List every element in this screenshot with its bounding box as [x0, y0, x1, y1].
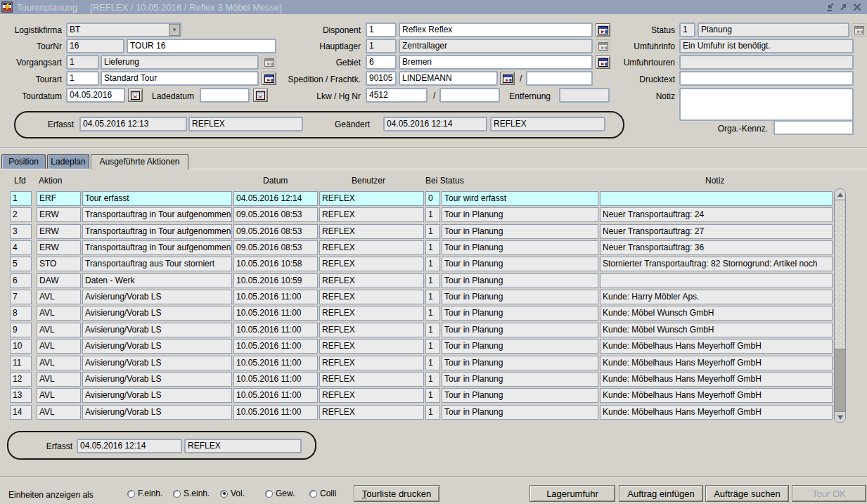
cell-bei[interactable]: 1	[425, 273, 440, 288]
cell-aktion[interactable]: ERF	[37, 191, 81, 206]
cell-bei[interactable]: 1	[425, 323, 440, 337]
cell-datum[interactable]: 09.05.2016 08:53	[233, 224, 318, 239]
cell-aktion-text[interactable]: Avisierung/Vorab LS	[82, 323, 232, 337]
table-scrollbar[interactable]	[834, 188, 846, 423]
cell-notiz[interactable]: Stornierter Transportauftrag: 82 Stornog…	[600, 257, 833, 271]
gebiet-code-field[interactable]: 6	[366, 55, 397, 70]
tourdatum-field[interactable]: 04.05.2016	[66, 88, 125, 103]
cell-aktion-text[interactable]: Avisierung/Vorab LS	[82, 405, 232, 420]
scroll-down-button[interactable]	[835, 411, 845, 422]
tour-ok-button[interactable]: Tour OK	[792, 485, 866, 502]
cell-notiz[interactable]	[600, 191, 833, 206]
cell-notiz[interactable]: Neuer Transportauftrag: 36	[600, 240, 833, 255]
cell-aktion[interactable]: AVL	[37, 405, 81, 420]
cell-status[interactable]: Tour in Planung	[442, 356, 598, 370]
cell-bei[interactable]: 1	[425, 388, 440, 403]
cell-status[interactable]: Tour in Planung	[442, 323, 598, 337]
cell-bei[interactable]: 1	[425, 306, 440, 321]
cell-notiz[interactable]: Kunde: Möbelhaus Hans Meyerhoff GmbH	[600, 356, 833, 370]
cell-aktion-text[interactable]: Daten - Werk	[82, 273, 232, 288]
cell-lfd[interactable]: 1	[10, 191, 32, 206]
ladedatum-field[interactable]	[200, 88, 250, 103]
cell-notiz[interactable]: Kunde: Möbelhaus Hans Meyerhoff GmbH	[600, 388, 833, 403]
cell-aktion[interactable]: ERW	[37, 224, 81, 239]
cell-aktion-text[interactable]: Avisierung/Vorab LS	[82, 339, 232, 354]
cell-datum[interactable]: 09.05.2016 08:53	[233, 207, 318, 222]
cell-aktion[interactable]: AVL	[37, 372, 81, 387]
frachtkosten-field[interactable]	[526, 71, 593, 86]
cell-benutzer[interactable]: REFLEX	[319, 207, 424, 222]
cell-lfd[interactable]: 6	[10, 273, 32, 288]
ladedatum-calendar-button[interactable]	[253, 89, 268, 102]
cell-datum[interactable]: 10.05.2016 11:00	[233, 388, 318, 403]
cell-status[interactable]: Tour in Planung	[442, 405, 598, 420]
cell-datum[interactable]: 10.05.2016 11:00	[233, 339, 318, 354]
vorgangsart-code-field[interactable]: 1	[66, 55, 99, 70]
cell-aktion[interactable]: DAW	[37, 273, 81, 288]
cell-notiz[interactable]: Neuer Transportauftrag: 27	[600, 224, 833, 239]
hauptlager-code-field[interactable]: 1	[366, 39, 397, 53]
erfasst-bottom-user-field[interactable]: REFLEX	[184, 439, 302, 453]
notiz-field[interactable]	[679, 88, 854, 121]
cell-bei[interactable]: 1	[425, 356, 440, 370]
cell-benutzer[interactable]: REFLEX	[319, 224, 424, 239]
cell-aktion-text[interactable]: Transportauftrag in Tour aufgenommen	[82, 224, 232, 239]
cell-bei[interactable]: 1	[425, 240, 440, 255]
hg-nr-field[interactable]	[439, 88, 500, 103]
cell-benutzer[interactable]: REFLEX	[319, 240, 424, 255]
cell-status[interactable]: Tour in Planung	[442, 372, 598, 387]
cell-aktion-text[interactable]: Tour erfasst	[82, 191, 232, 206]
cell-aktion-text[interactable]: Avisierung/Vorab LS	[82, 356, 232, 370]
spedition-text-field[interactable]: LINDEMANN	[399, 71, 498, 86]
cell-notiz[interactable]: Kunde: Möbel Wunsch GmbH	[600, 323, 833, 337]
cell-bei[interactable]: 1	[425, 405, 440, 420]
cell-benutzer[interactable]: REFLEX	[319, 405, 424, 420]
lagerumfuhr-button[interactable]: Lagerumfuhr	[529, 485, 615, 502]
scroll-track[interactable]	[835, 349, 845, 413]
cell-lfd[interactable]: 10	[10, 339, 32, 354]
auftraege-suchen-button[interactable]: Aufträge suchen	[705, 485, 789, 502]
status-lov-button[interactable]	[852, 23, 866, 37]
cell-notiz[interactable]	[600, 273, 833, 288]
cell-notiz[interactable]: Kunde: Harry Möbler Aps.	[600, 290, 833, 304]
cell-status[interactable]: Tour in Planung	[442, 290, 598, 304]
status-text-field[interactable]: Planung	[698, 22, 849, 37]
scroll-up-button[interactable]	[835, 189, 845, 200]
radio-vol[interactable]: Vol.	[220, 489, 245, 498]
cell-benutzer[interactable]: REFLEX	[319, 323, 424, 337]
cell-aktion-text[interactable]: Avisierung/Vorab LS	[82, 388, 232, 403]
cell-aktion[interactable]: AVL	[37, 388, 81, 403]
tab-ladeplan[interactable]: Ladeplan	[47, 154, 89, 169]
cell-aktion[interactable]: AVL	[37, 323, 81, 337]
cell-datum[interactable]: 10.05.2016 11:00	[233, 306, 318, 321]
cell-datum[interactable]: 09.05.2016 08:53	[233, 240, 318, 255]
cell-benutzer[interactable]: REFLEX	[319, 306, 424, 321]
spedition-lov-button[interactable]	[500, 72, 515, 85]
cell-lfd[interactable]: 5	[10, 257, 32, 271]
cell-datum[interactable]: 10.05.2016 11:00	[233, 290, 318, 304]
minimize-button[interactable]	[825, 1, 836, 13]
cell-benutzer[interactable]: REFLEX	[319, 257, 424, 271]
tournr-code-field[interactable]: 16	[66, 39, 124, 53]
cell-aktion-text[interactable]: Avisierung/Vorab LS	[82, 372, 232, 387]
cell-aktion-text[interactable]: Avisierung/Vorab LS	[82, 306, 232, 321]
tab-ausgefuehrte-aktionen[interactable]: Ausgeführte Aktionen	[91, 154, 188, 170]
geaendert-user-field[interactable]: REFLEX	[490, 117, 605, 131]
cell-lfd[interactable]: 9	[10, 323, 32, 337]
gebiet-text-field[interactable]: Bremen	[399, 55, 593, 70]
cell-datum[interactable]: 10.05.2016 11:00	[233, 372, 318, 387]
cell-benutzer[interactable]: REFLEX	[319, 388, 424, 403]
cell-aktion[interactable]: STO	[37, 257, 81, 271]
cell-aktion-text[interactable]: Transportauftrag in Tour aufgenommen	[82, 207, 232, 222]
cell-status[interactable]: Tour in Planung	[442, 388, 598, 403]
tournr-name-field[interactable]: TOUR 16	[127, 39, 276, 53]
vorgangsart-text-field[interactable]: Lieferung	[101, 55, 259, 70]
cell-benutzer[interactable]: REFLEX	[319, 191, 424, 206]
scroll-thumb[interactable]	[835, 200, 845, 349]
erfasst-bottom-datetime-field[interactable]: 04.05.2016 12:14	[77, 439, 182, 453]
cell-lfd[interactable]: 14	[10, 405, 32, 420]
logistikfirma-select[interactable]: BT	[66, 22, 181, 37]
cell-aktion[interactable]: AVL	[37, 339, 81, 354]
cell-status[interactable]: Tour in Planung	[442, 207, 598, 222]
hauptlager-text-field[interactable]: Zentrallager	[399, 39, 593, 53]
